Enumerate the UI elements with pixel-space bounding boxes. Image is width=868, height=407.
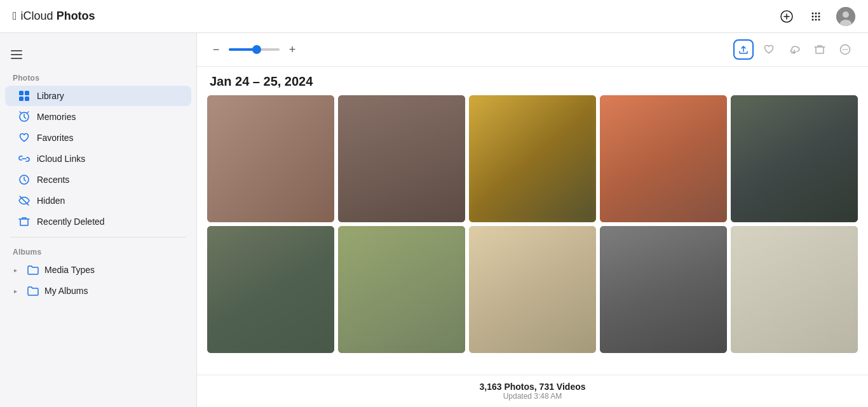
svg-rect-19 — [25, 91, 29, 95]
sidebar-item-hidden[interactable]: Hidden — [5, 190, 191, 211]
add-button[interactable] — [778, 8, 796, 25]
zoom-control: − + — [210, 44, 299, 55]
svg-point-28 — [843, 49, 844, 50]
svg-point-4 — [815, 12, 817, 14]
sidebar-divider — [10, 237, 186, 237]
hidden-icon — [18, 194, 31, 207]
photo-thumb[interactable] — [469, 226, 596, 353]
sidebar-item-my-albums[interactable]: ▸ My Albums — [5, 281, 191, 301]
photo-thumb[interactable] — [207, 226, 334, 353]
photo-thumb[interactable] — [731, 95, 858, 222]
photo-thumb[interactable] — [469, 95, 596, 222]
zoom-slider-thumb[interactable] — [252, 45, 261, 54]
footer-photo-count: 3,163 Photos, 731 Videos — [203, 382, 862, 392]
zoom-in-button[interactable]: + — [286, 44, 299, 55]
recents-label: Recents — [37, 175, 69, 185]
app-logo-area:  iCloud Photos — [13, 10, 95, 23]
content-area: − + — [197, 33, 868, 407]
footer-updated-time: Updated 3:48 AM — [203, 392, 862, 401]
chevron-icon: ▸ — [14, 267, 22, 274]
svg-point-3 — [812, 12, 814, 14]
content-footer: 3,163 Photos, 731 Videos Updated 3:48 AM — [197, 375, 868, 407]
photo-grid-container[interactable] — [197, 93, 868, 375]
grid-menu-button[interactable] — [807, 8, 825, 25]
sidebar-item-favorites[interactable]: Favorites — [5, 128, 191, 148]
photo-thumb[interactable] — [338, 95, 465, 222]
svg-point-30 — [846, 49, 848, 50]
upload-button[interactable] — [733, 39, 754, 60]
photo-thumb[interactable] — [600, 226, 727, 353]
photo-thumb[interactable] — [600, 95, 727, 222]
more-options-button[interactable] — [835, 39, 855, 60]
svg-point-13 — [843, 11, 849, 18]
app-title: iCloud Photos — [21, 10, 95, 23]
photo-thumb[interactable] — [207, 95, 334, 222]
sidebar-item-library[interactable]: Library — [5, 86, 191, 106]
top-bar-actions — [778, 7, 855, 26]
my-albums-label: My Albums — [44, 286, 88, 296]
svg-point-8 — [818, 15, 820, 17]
date-heading: Jan 24 – 25, 2024 — [197, 67, 868, 93]
sidebar-item-media-types[interactable]: ▸ Media Types — [5, 260, 191, 280]
zoom-slider[interactable] — [229, 48, 280, 51]
chevron-icon-2: ▸ — [14, 288, 22, 295]
sidebar-toggle-button[interactable] — [8, 46, 25, 63]
library-icon — [18, 90, 31, 102]
photo-thumb[interactable] — [338, 226, 465, 353]
toolbar-actions — [733, 39, 855, 60]
favorites-label: Favorites — [37, 133, 74, 143]
media-types-folder-icon — [27, 264, 39, 276]
user-avatar[interactable] — [836, 7, 855, 26]
albums-section-label: Albums — [0, 243, 196, 259]
content-toolbar: − + — [197, 33, 868, 67]
svg-rect-21 — [25, 97, 29, 101]
sidebar-item-recents[interactable]: Recents — [5, 170, 191, 190]
apple-logo:  — [13, 10, 17, 23]
hidden-label: Hidden — [37, 196, 65, 206]
sidebar-item-memories[interactable]: Memories — [5, 107, 191, 127]
zoom-out-button[interactable]: − — [210, 44, 222, 55]
icloud-links-icon — [18, 152, 31, 165]
svg-point-9 — [812, 18, 814, 20]
svg-rect-18 — [19, 91, 24, 95]
svg-point-11 — [818, 18, 820, 20]
favorites-icon — [18, 131, 31, 144]
sidebar-item-icloud-links[interactable]: iCloud Links — [5, 149, 191, 169]
delete-button[interactable] — [810, 39, 830, 60]
main-layout: Photos Library Memor — [0, 33, 868, 407]
recently-deleted-icon — [18, 215, 31, 228]
icloud-links-label: iCloud Links — [37, 154, 85, 164]
svg-point-6 — [812, 15, 814, 17]
photo-grid — [207, 95, 858, 358]
sidebar-item-recently-deleted[interactable]: Recently Deleted — [5, 211, 191, 232]
media-types-label: Media Types — [44, 265, 95, 275]
photo-thumb[interactable] — [731, 226, 858, 353]
recently-deleted-label: Recently Deleted — [37, 217, 105, 227]
svg-rect-15 — [11, 50, 22, 51]
library-label: Library — [37, 91, 64, 101]
svg-rect-16 — [11, 54, 22, 55]
svg-point-7 — [815, 15, 817, 17]
svg-point-10 — [815, 18, 817, 20]
my-albums-folder-icon — [27, 284, 39, 297]
memories-label: Memories — [37, 112, 76, 122]
svg-point-29 — [844, 49, 846, 50]
svg-rect-17 — [11, 58, 22, 59]
svg-point-5 — [818, 12, 820, 14]
favorite-button[interactable] — [759, 39, 779, 60]
recents-icon — [18, 173, 31, 186]
svg-rect-20 — [19, 97, 24, 101]
top-bar:  iCloud Photos — [0, 0, 868, 33]
cloud-download-button[interactable] — [784, 39, 804, 60]
memories-icon — [18, 110, 31, 123]
sidebar: Photos Library Memor — [0, 33, 197, 407]
photos-section-label: Photos — [0, 69, 196, 85]
